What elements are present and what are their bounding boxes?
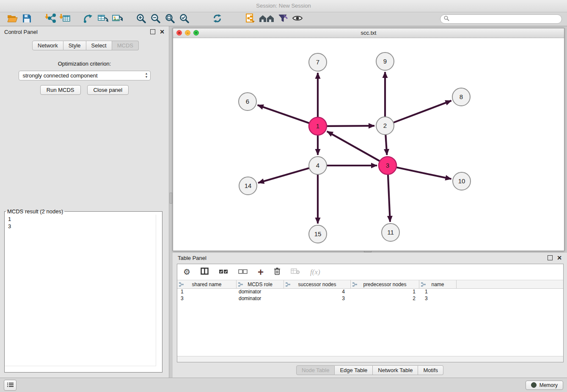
- column-label: name: [431, 282, 444, 287]
- graph-node-8[interactable]: 8: [452, 88, 470, 106]
- tab-style[interactable]: Style: [63, 41, 86, 50]
- cell-predecessor-nodes[interactable]: 2: [351, 295, 419, 302]
- select-all-button[interactable]: [219, 268, 228, 276]
- column-label: successor nodes: [298, 282, 336, 287]
- graph-edge-1-6[interactable]: [258, 105, 310, 123]
- show-details-button[interactable]: [290, 13, 305, 25]
- import-network-button[interactable]: [43, 13, 58, 25]
- table-horizontal-scrollbar[interactable]: [177, 356, 563, 362]
- cell-shared-name[interactable]: 3: [177, 295, 237, 302]
- apply-layout-button[interactable]: [210, 13, 224, 25]
- cell-successor-nodes[interactable]: 3: [284, 295, 351, 302]
- network-graph[interactable]: 7968124314101511: [173, 38, 564, 251]
- zoom-in-button[interactable]: [134, 13, 148, 25]
- network-canvas[interactable]: 7968124314101511: [173, 38, 564, 251]
- tab-select[interactable]: Select: [86, 41, 112, 50]
- tab-node-table[interactable]: Node Table: [296, 365, 335, 375]
- result-horizontal-scrollbar[interactable]: [5, 366, 156, 366]
- cell-mcds-role[interactable]: dominator: [237, 295, 284, 302]
- graph-node-3[interactable]: 3: [379, 157, 396, 174]
- criterion-select[interactable]: strongly connected component ▲▼: [19, 71, 151, 80]
- search-input[interactable]: [452, 16, 558, 23]
- delete-table-button[interactable]: [291, 268, 300, 276]
- graph-edge-2-3[interactable]: [385, 135, 387, 155]
- close-panel-icon[interactable]: ✕: [160, 30, 165, 34]
- open-session-button[interactable]: [5, 13, 19, 25]
- cell-predecessor-nodes[interactable]: 1: [351, 289, 419, 295]
- column-header-name[interactable]: name: [419, 280, 457, 288]
- vertical-splitter-handle[interactable]: [170, 193, 172, 204]
- cell-name[interactable]: 1: [419, 289, 457, 295]
- tab-mcds[interactable]: MCDS: [112, 41, 139, 50]
- graph-edge-4-14[interactable]: [258, 168, 309, 183]
- network-table-button[interactable]: [96, 13, 110, 25]
- graph-node-9[interactable]: 9: [376, 52, 394, 70]
- cell-successor-nodes[interactable]: 4: [284, 289, 351, 295]
- graph-node-11[interactable]: 11: [382, 224, 399, 241]
- float-panel-icon[interactable]: [150, 29, 155, 34]
- cell-mcds-role[interactable]: dominator: [237, 289, 284, 295]
- graph-node-2[interactable]: 2: [376, 117, 394, 135]
- zoom-out-button[interactable]: [148, 13, 162, 25]
- graph-node-label: 6: [246, 98, 249, 105]
- zoom-traffic-light-icon[interactable]: +: [193, 30, 199, 36]
- table-settings-button[interactable]: ⚙: [183, 268, 190, 276]
- zoom-selected-button[interactable]: [177, 13, 191, 25]
- tab-network[interactable]: Network: [32, 41, 63, 50]
- graph-edge-3-1[interactable]: [327, 131, 380, 161]
- column-header-shared-name[interactable]: shared name: [177, 280, 237, 288]
- column-header-predecessor-nodes[interactable]: predecessor nodes: [351, 280, 419, 288]
- tab-motifs[interactable]: Motifs: [418, 365, 443, 375]
- plus-icon: +: [258, 268, 264, 276]
- close-traffic-light-icon[interactable]: ✕: [176, 30, 182, 36]
- tab-network-table[interactable]: Network Table: [373, 365, 418, 375]
- style-document-button[interactable]: [243, 13, 257, 25]
- filter-button[interactable]: [276, 13, 290, 25]
- open-folder-icon: [7, 14, 18, 25]
- result-vertical-scrollbar[interactable]: [156, 215, 156, 366]
- import-table-button[interactable]: [58, 13, 72, 25]
- column-header-mcds-role[interactable]: MCDS role: [237, 280, 284, 288]
- houses-icon: [259, 14, 275, 25]
- network-window-titlebar: ✕ − + scc.txt: [173, 28, 564, 38]
- graph-node-1[interactable]: 1: [309, 117, 327, 135]
- network-clone-button[interactable]: [81, 13, 96, 25]
- delete-table-icon: [291, 268, 300, 276]
- table-row[interactable]: 1 dominator 4 1 1: [177, 289, 563, 295]
- graph-node-10[interactable]: 10: [453, 172, 471, 190]
- deselect-all-button[interactable]: [238, 268, 248, 276]
- run-mcds-button[interactable]: Run MCDS: [40, 85, 81, 95]
- graph-node-15[interactable]: 15: [309, 225, 327, 243]
- search-field[interactable]: [440, 14, 562, 24]
- graph-node-label: 11: [387, 229, 394, 236]
- neighbors-button[interactable]: [257, 13, 276, 25]
- gear-icon: ⚙: [183, 268, 190, 276]
- close-table-panel-icon[interactable]: ✕: [557, 256, 562, 260]
- delete-column-button[interactable]: [274, 267, 281, 277]
- image-export-button[interactable]: [110, 13, 124, 25]
- graph-node-6[interactable]: 6: [239, 93, 256, 110]
- tab-edge-table[interactable]: Edge Table: [335, 365, 373, 375]
- memory-gauge-icon: [531, 382, 537, 388]
- graph-edge-3-11[interactable]: [388, 174, 390, 222]
- graph-node-7[interactable]: 7: [309, 53, 327, 71]
- graph-edge-1-2[interactable]: [327, 126, 374, 126]
- zoom-fit-button[interactable]: [162, 13, 177, 25]
- memory-button[interactable]: Memory: [526, 381, 563, 390]
- task-history-button[interactable]: [4, 380, 17, 391]
- add-column-button[interactable]: +: [258, 268, 264, 276]
- cell-shared-name[interactable]: 1: [177, 289, 237, 295]
- graph-node-14[interactable]: 14: [239, 177, 257, 195]
- table-row[interactable]: 3 dominator 3 2 3: [177, 295, 563, 302]
- minimize-traffic-light-icon[interactable]: −: [185, 30, 190, 36]
- graph-edge-2-8[interactable]: [394, 101, 451, 123]
- graph-edge-3-10[interactable]: [396, 167, 451, 179]
- apply-function-button[interactable]: f(x): [310, 268, 320, 276]
- graph-node-4[interactable]: 4: [309, 157, 327, 174]
- float-table-panel-icon[interactable]: [548, 255, 553, 260]
- column-visibility-button[interactable]: [201, 268, 209, 276]
- save-session-button[interactable]: [19, 13, 34, 25]
- close-panel-button[interactable]: Close panel: [87, 85, 129, 95]
- cell-name[interactable]: 3: [419, 295, 457, 302]
- column-header-successor-nodes[interactable]: successor nodes: [284, 280, 351, 288]
